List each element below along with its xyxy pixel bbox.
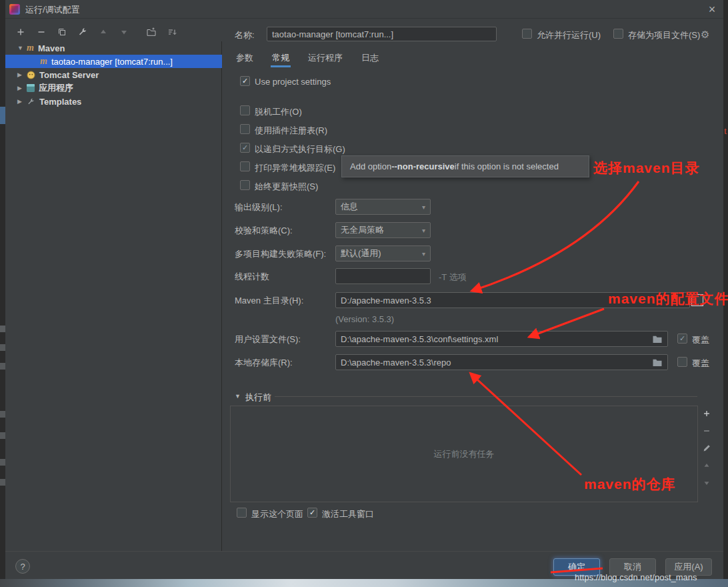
- checkbox-box: ✓: [240, 143, 250, 153]
- output-level-select[interactable]: 信息 ▾: [335, 199, 431, 215]
- tree-item-label: taotao-manager [tomcat7:run...]: [51, 57, 173, 67]
- execute-goals-recursively-checkbox[interactable]: ✓ 以递归方式执行目标(G): [240, 143, 345, 155]
- use-plugin-registry-checkbox[interactable]: 使用插件注册表(R): [240, 124, 327, 137]
- tooltip-bold-text: --non-recursive: [391, 161, 455, 171]
- move-task-up-button[interactable]: [701, 460, 713, 471]
- move-up-button[interactable]: [96, 25, 111, 39]
- maven-version-note: (Version: 3.5.3): [335, 314, 394, 324]
- apply-button[interactable]: 应用(A): [665, 558, 712, 576]
- tree-item-templates[interactable]: ▶ Templates: [5, 95, 222, 108]
- tree-item-maven-group[interactable]: ▼ m Maven: [5, 41, 222, 55]
- ok-button[interactable]: 确定: [553, 558, 600, 576]
- help-button[interactable]: ?: [15, 559, 30, 574]
- sort-configurations-button[interactable]: [165, 25, 179, 39]
- tree-item-label: Tomcat Server: [39, 70, 99, 80]
- dialog-titlebar: 运行/调试配置 ×: [5, 0, 723, 19]
- move-task-down-button[interactable]: [701, 478, 713, 488]
- checkbox-box: ✓: [677, 334, 687, 344]
- sort-icon: [167, 27, 177, 37]
- checksum-policy-select[interactable]: 无全局策略 ▾: [335, 222, 431, 238]
- chevron-down-icon: ▾: [422, 227, 425, 234]
- before-launch-title[interactable]: 执行前: [245, 392, 271, 404]
- chevron-down-icon[interactable]: ▼: [17, 45, 25, 51]
- before-launch-list[interactable]: 运行前没有任务: [230, 406, 698, 502]
- checkbox-label: Use project settings: [255, 77, 331, 87]
- allow-parallel-checkbox[interactable]: 允许并行运行(U): [522, 29, 601, 41]
- remove-task-button[interactable]: [701, 426, 713, 436]
- tree-item-tomcat-server[interactable]: ▶ Tomcat Server: [5, 68, 222, 81]
- output-level-label: 输出级别(L):: [235, 201, 283, 213]
- before-launch-empty-text: 运行前没有任务: [434, 448, 495, 460]
- combo-value: 默认(通用): [341, 247, 381, 259]
- chevron-right-icon[interactable]: ▶: [17, 98, 25, 105]
- store-as-project-file-checkbox[interactable]: 存储为项目文件(S): [613, 29, 700, 41]
- checkbox-label: 以递归方式执行目标(G): [255, 143, 345, 155]
- background-mark: [0, 411, 5, 418]
- use-project-settings-checkbox[interactable]: ✓ Use project settings: [240, 76, 331, 87]
- wrench-icon: [27, 97, 35, 106]
- edit-task-button[interactable]: [701, 443, 713, 454]
- activate-tool-window-checkbox[interactable]: ✓ 激活工具窗口: [307, 508, 374, 520]
- new-folder-icon: [146, 27, 157, 37]
- tab-parameters[interactable]: 参数: [235, 49, 255, 67]
- chevron-right-icon[interactable]: ▶: [17, 85, 25, 91]
- tree-item-label: 应用程序: [39, 82, 73, 94]
- checksum-policy-label: 校验和策略(C):: [235, 225, 293, 237]
- maven-icon: m: [27, 43, 34, 53]
- print-exception-stacktraces-checkbox[interactable]: 打印异常堆栈跟踪(E): [240, 161, 335, 174]
- maven-home-input[interactable]: D:/apache-maven-3.5.3: [335, 292, 690, 308]
- tree-item-application[interactable]: ▶ 应用程序: [5, 81, 222, 95]
- cancel-button[interactable]: 取消: [609, 558, 656, 576]
- tab-logs[interactable]: 日志: [360, 49, 380, 67]
- work-offline-checkbox[interactable]: 脱机工作(O): [240, 105, 302, 118]
- tree-item-taotao-manager[interactable]: m taotao-manager [tomcat7:run...]: [5, 55, 222, 68]
- background-desktop-sliver: [0, 579, 728, 587]
- collapse-arrow-icon[interactable]: ▼: [235, 393, 241, 400]
- name-value: taotao-manager [tomcat7:run...]: [272, 29, 393, 39]
- checkbox-box: ✓: [307, 508, 317, 518]
- close-icon[interactable]: ×: [704, 2, 720, 17]
- background-glyph: t: [724, 125, 727, 137]
- multiproject-fail-policy-select[interactable]: 默认(通用) ▾: [335, 245, 431, 261]
- footer-separator: [5, 551, 723, 552]
- combo-value: 无全局策略: [341, 224, 384, 236]
- user-settings-file-input[interactable]: D:\apache-maven-3.5.3\conf\settings.xml: [335, 331, 668, 347]
- name-input[interactable]: taotao-manager [tomcat7:run...]: [267, 27, 497, 41]
- checkbox-box: [613, 29, 623, 39]
- chevron-right-icon[interactable]: ▶: [17, 71, 25, 78]
- add-task-button[interactable]: [701, 408, 713, 419]
- edit-defaults-button[interactable]: [75, 25, 90, 39]
- user-settings-file-value: D:\apache-maven-3.5.3\conf\settings.xml: [341, 334, 498, 344]
- checkbox-label: 覆盖: [692, 334, 709, 346]
- tab-general[interactable]: 常规: [271, 49, 291, 67]
- gear-icon[interactable]: ⚙: [701, 29, 709, 41]
- chevron-down-icon: ▾: [422, 250, 425, 257]
- copy-configuration-button[interactable]: [55, 25, 69, 39]
- thread-count-hint: -T 选项: [439, 271, 467, 283]
- arrow-up-icon: [98, 27, 109, 37]
- non-recursive-tooltip: Add option --non-recursive if this optio…: [341, 155, 589, 177]
- maven-home-label: Maven 主目录(H):: [235, 295, 303, 307]
- maven-home-override-checkbox[interactable]: [691, 294, 703, 306]
- settings-tabbar: 参数 常规 运行程序 日志: [235, 49, 380, 67]
- show-this-page-checkbox[interactable]: 显示这个页面: [237, 508, 303, 520]
- checkbox-label: 允许并行运行(U): [537, 29, 601, 41]
- dialog-title: 运行/调试配置: [25, 4, 80, 16]
- tab-runner[interactable]: 运行程序: [307, 49, 344, 67]
- before-launch-separator: [275, 396, 697, 397]
- thread-count-input[interactable]: [335, 268, 431, 284]
- checkbox-label: 激活工具窗口: [322, 508, 374, 520]
- local-repository-input[interactable]: D:\apache-maven-3.5.3\repo: [335, 354, 668, 370]
- add-configuration-button[interactable]: [13, 25, 28, 39]
- background-mark: [0, 432, 5, 439]
- user-settings-override-checkbox[interactable]: ✓ 覆盖: [677, 334, 709, 346]
- local-repository-value: D:\apache-maven-3.5.3\repo: [341, 358, 451, 368]
- move-down-button[interactable]: [117, 25, 131, 39]
- thread-count-label: 线程计数: [235, 271, 269, 283]
- browse-folder-icon[interactable]: [652, 358, 663, 367]
- always-update-snapshots-checkbox[interactable]: 始终更新快照(S): [240, 180, 318, 193]
- remove-configuration-button[interactable]: [34, 25, 49, 39]
- local-repository-override-checkbox[interactable]: 覆盖: [677, 357, 709, 370]
- create-folder-button[interactable]: [144, 25, 159, 39]
- browse-folder-icon[interactable]: [652, 335, 663, 344]
